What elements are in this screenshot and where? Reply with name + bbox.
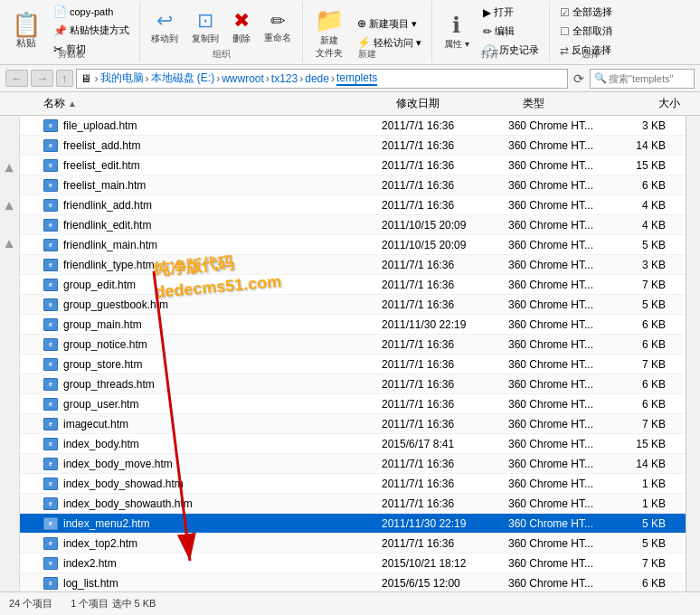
breadcrumb-item-dede[interactable]: dede bbox=[305, 72, 329, 85]
file-size: 5 KB bbox=[617, 537, 680, 550]
file-icon: e bbox=[43, 497, 60, 511]
file-icon: e bbox=[43, 516, 60, 531]
new-item-button[interactable]: ⊕ 新建项目 ▾ bbox=[353, 15, 426, 33]
file-item[interactable]: e group_store.htm 2011/7/1 16:36 360 Chr… bbox=[20, 355, 686, 374]
file-type: 360 Chrome HT... bbox=[508, 119, 617, 132]
file-icon: e bbox=[43, 158, 60, 173]
copy-path-label: copy-path bbox=[70, 6, 113, 17]
file-date: 2011/7/1 16:36 bbox=[382, 279, 508, 291]
file-icon: e bbox=[43, 238, 60, 252]
file-name: imagecut.htm bbox=[63, 418, 382, 430]
file-size: 1 KB bbox=[617, 497, 680, 510]
open-button[interactable]: ▶ 打开 bbox=[478, 4, 544, 21]
col-type-header[interactable]: 类型 bbox=[523, 96, 631, 111]
easy-access-icon: ⚡ bbox=[357, 36, 371, 49]
refresh-button[interactable]: ⟳ bbox=[571, 71, 587, 86]
file-icon: e bbox=[43, 218, 60, 232]
toolbar-group-select: ☑ 全部选择 ☐ 全部取消 ⇄ 反向选择 选择 bbox=[550, 2, 631, 62]
file-item[interactable]: e imagecut.htm 2011/7/1 16:36 360 Chrome… bbox=[20, 414, 686, 434]
copy-to-button[interactable]: ⊡ 复制到 bbox=[186, 4, 224, 50]
sidebar-collapse: ◀ ◀ ◀ bbox=[0, 116, 20, 591]
file-item[interactable]: e index_body_showad.htm 2011/7/1 16:36 3… bbox=[20, 474, 686, 494]
file-name: index_body.htm bbox=[63, 438, 382, 450]
col-size-header[interactable]: 大小 bbox=[631, 96, 695, 111]
file-item[interactable]: e group_threads.htm 2011/7/1 16:36 360 C… bbox=[20, 374, 686, 394]
breadcrumb-item-drive[interactable]: 本地磁盘 (E:) bbox=[151, 71, 215, 86]
breadcrumb-item-mypc[interactable]: 我的电脑 bbox=[100, 71, 144, 86]
file-item[interactable]: e group_edit.htm 2011/7/1 16:36 360 Chro… bbox=[20, 275, 686, 295]
file-item[interactable]: e group_notice.htm 2011/7/1 16:36 360 Ch… bbox=[20, 335, 686, 355]
file-date: 2011/7/1 16:36 bbox=[382, 298, 508, 311]
file-size: 7 KB bbox=[617, 279, 680, 291]
file-type: 360 Chrome HT... bbox=[508, 438, 617, 450]
sort-arrow-icon: ▲ bbox=[68, 99, 77, 109]
file-name: freelist_edit.htm bbox=[63, 159, 382, 172]
file-item[interactable]: e group_main.htm 2011/11/30 22:19 360 Ch… bbox=[20, 315, 686, 335]
breadcrumb-item-tx123[interactable]: tx123 bbox=[271, 72, 298, 85]
file-size: 1 KB bbox=[617, 478, 680, 490]
file-icon: e bbox=[43, 258, 60, 272]
file-item[interactable]: e index_body_move.htm 2011/7/1 16:36 360… bbox=[20, 454, 686, 474]
file-item[interactable]: e friendlink_main.htm 2011/10/15 20:09 3… bbox=[20, 235, 686, 255]
file-item[interactable]: e friendlink_edit.htm 2011/10/15 20:09 3… bbox=[20, 215, 686, 235]
sidebar-arrow-1[interactable]: ◀ bbox=[4, 164, 16, 172]
file-item[interactable]: e freelist_add.htm 2011/7/1 16:36 360 Ch… bbox=[20, 136, 686, 156]
file-date: 2011/10/15 20:09 bbox=[382, 219, 508, 232]
toolbar-group-open: ℹ 属性 ▾ ▶ 打开 ✏ 编辑 🕐 历史记录 打开 bbox=[432, 2, 550, 62]
file-item[interactable]: e freelist_edit.htm 2011/7/1 16:36 360 C… bbox=[20, 156, 686, 175]
file-icon: e bbox=[43, 198, 60, 213]
file-type: 360 Chrome HT... bbox=[508, 298, 617, 311]
file-item[interactable]: e index_body_showauth.htm 2011/7/1 16:36… bbox=[20, 494, 686, 514]
breadcrumb-arrow: › bbox=[95, 72, 99, 85]
file-type: 360 Chrome HT... bbox=[508, 557, 617, 570]
file-item[interactable]: e log_list.htm 2015/6/15 12:00 360 Chrom… bbox=[20, 573, 686, 591]
scrollbar[interactable] bbox=[686, 116, 700, 591]
col-date-header[interactable]: 修改日期 bbox=[396, 96, 523, 111]
file-size: 5 KB bbox=[617, 298, 680, 311]
file-type: 360 Chrome HT... bbox=[508, 159, 617, 172]
delete-button[interactable]: ✖ 删除 bbox=[227, 4, 256, 50]
paste-shortcut-button[interactable]: 📌 粘贴快捷方式 bbox=[49, 22, 134, 39]
file-item[interactable]: e index_menu2.htm 2011/11/30 22:19 360 C… bbox=[20, 514, 686, 534]
breadcrumb[interactable]: 🖥 › 我的电脑 › 本地磁盘 (E:) › wwwroot › tx123 ›… bbox=[76, 69, 569, 89]
file-name: friendlink_add.htm bbox=[63, 199, 382, 212]
copy-path-button[interactable]: 📄 copy-path bbox=[49, 4, 134, 20]
file-type: 360 Chrome HT... bbox=[508, 458, 617, 470]
file-icon: e bbox=[43, 576, 60, 591]
breadcrumb-item-templets[interactable]: templets bbox=[336, 71, 377, 86]
file-item[interactable]: e file_upload.htm 2011/7/1 16:36 360 Chr… bbox=[20, 116, 686, 136]
file-item[interactable]: e friendlink_add.htm 2011/7/1 16:36 360 … bbox=[20, 195, 686, 215]
file-name: friendlink_main.htm bbox=[63, 239, 382, 251]
search-input[interactable] bbox=[609, 73, 690, 84]
move-button[interactable]: ↩ 移动到 bbox=[146, 4, 184, 50]
file-item[interactable]: e index_top2.htm 2011/7/1 16:36 360 Chro… bbox=[20, 534, 686, 554]
file-name: group_notice.htm bbox=[63, 338, 382, 351]
sidebar-arrow-2[interactable]: ◀ bbox=[4, 202, 16, 210]
file-date: 2011/7/1 16:36 bbox=[382, 139, 508, 152]
forward-button[interactable]: → bbox=[31, 70, 53, 87]
rename-button[interactable]: ✏ 重命名 bbox=[259, 4, 297, 50]
edit-button[interactable]: ✏ 编辑 bbox=[478, 23, 544, 40]
file-item[interactable]: e friendlink_type.htm 2011/7/1 16:36 360… bbox=[20, 255, 686, 275]
file-item[interactable]: e freelist_main.htm 2011/7/1 16:36 360 C… bbox=[20, 175, 686, 195]
file-size: 4 KB bbox=[617, 219, 680, 232]
select-all-button[interactable]: ☑ 全部选择 bbox=[555, 4, 626, 21]
file-name: group_store.htm bbox=[63, 358, 382, 371]
new-folder-icon: 📁 bbox=[315, 6, 344, 34]
deselect-all-button[interactable]: ☐ 全部取消 bbox=[555, 23, 626, 40]
file-item[interactable]: e index2.htm 2015/10/21 18:12 360 Chrome… bbox=[20, 554, 686, 573]
file-name: friendlink_type.htm bbox=[63, 259, 382, 271]
file-item[interactable]: e group_user.htm 2011/7/1 16:36 360 Chro… bbox=[20, 394, 686, 414]
search-box[interactable]: 🔍 bbox=[590, 69, 695, 89]
up-button[interactable]: ↑ bbox=[56, 70, 73, 87]
breadcrumb-item-wwwroot[interactable]: wwwroot bbox=[222, 72, 264, 85]
file-item[interactable]: e index_body.htm 2015/6/17 8:41 360 Chro… bbox=[20, 434, 686, 454]
file-name: group_guestbook.htm bbox=[63, 298, 382, 311]
file-item[interactable]: e group_guestbook.htm 2011/7/1 16:36 360… bbox=[20, 295, 686, 315]
file-name: index_body_showad.htm bbox=[63, 478, 382, 490]
col-name-header[interactable]: 名称 ▲ bbox=[43, 96, 396, 111]
sidebar-arrow-3[interactable]: ◀ bbox=[4, 240, 16, 248]
back-button[interactable]: ← bbox=[5, 70, 28, 87]
file-size: 5 KB bbox=[617, 239, 680, 251]
file-size: 6 KB bbox=[617, 179, 680, 192]
